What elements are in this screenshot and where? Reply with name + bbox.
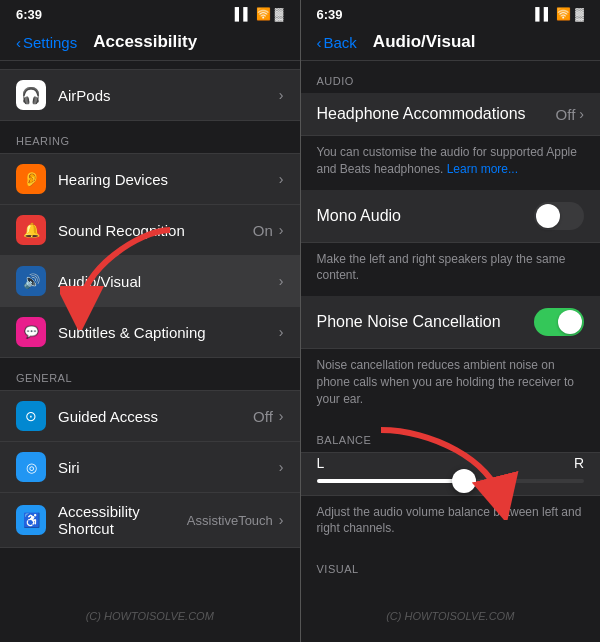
list-item-guided-access[interactable]: ⊙ Guided Access Off › [0,390,300,442]
watermark-right: (C) HOWTOISOLVE.COM [386,610,514,622]
hearing-devices-icon: 👂 [16,164,46,194]
time-left: 6:39 [16,7,42,22]
noise-cancellation-toggle[interactable] [534,308,584,336]
noise-cancellation-label: Phone Noise Cancellation [317,313,501,331]
headphone-accommodations-value: Off [556,106,576,123]
headphone-description: You can customise the audio for supporte… [301,136,601,190]
airpods-icon: 🎧 [16,80,46,110]
list-item-siri[interactable]: ◎ Siri › [0,442,300,493]
back-button-left[interactable]: ‹ Settings [16,34,77,51]
status-bar-right: 6:39 ▌▌ 🛜 ▓ [301,0,601,28]
toggle-knob-noise [558,310,582,334]
accessibility-shortcut-label: Accessibility Shortcut [58,503,187,537]
chevron-back-icon-r: ‹ [317,34,322,51]
audio-visual-icon: 🔊 [16,266,46,296]
list-item-sound-recognition[interactable]: 🔔 Sound Recognition On › [0,205,300,256]
noise-description: Noise cancellation reduces ambient noise… [301,349,601,419]
chevron-icon: › [279,273,284,289]
status-bar-left: 6:39 ▌▌ 🛜 ▓ [0,0,300,28]
section-hearing: HEARING [0,121,300,153]
list-item-headphone-accommodations[interactable]: Headphone Accommodations Off › [301,93,601,136]
time-right: 6:39 [317,7,343,22]
battery-icon: ▓ [275,7,284,21]
mono-audio-toggle[interactable] [534,202,584,230]
chevron-icon: › [279,171,284,187]
siri-icon: ◎ [16,452,46,482]
status-icons-right: ▌▌ 🛜 ▓ [535,7,584,21]
learn-more-link[interactable]: Learn more... [447,162,518,176]
toggle-knob-mono [536,204,560,228]
watermark-left: (C) HOWTOISOLVE.COM [86,610,214,622]
list-item-airpods[interactable]: 🎧 AirPods › [0,69,300,121]
chevron-back-icon: ‹ [16,34,21,51]
guided-access-icon: ⊙ [16,401,46,431]
page-title-right: Audio/Visual [373,32,476,52]
airpods-label: AirPods [58,87,279,104]
balance-slider-track[interactable] [317,479,585,483]
accessibility-shortcut-icon: ♿ [16,505,46,535]
balance-container: L R [301,452,601,496]
list-item-noise-cancellation[interactable]: Phone Noise Cancellation [301,296,601,349]
headphone-accommodations-right: Off › [556,106,584,123]
page-title-left: Accessibility [93,32,197,52]
slider-fill [317,479,464,483]
chevron-icon: › [279,408,284,424]
sound-recognition-icon: 🔔 [16,215,46,245]
balance-left-label: L [317,455,325,471]
slider-thumb[interactable] [452,469,476,493]
subtitles-label: Subtitles & Captioning [58,324,279,341]
chevron-icon-hp: › [579,106,584,122]
headphone-accommodations-label: Headphone Accommodations [317,105,526,123]
accessibility-shortcut-value: AssistiveTouch [187,513,273,528]
balance-description: Adjust the audio volume balance between … [301,496,601,550]
signal-icon: ▌▌ [235,7,252,21]
battery-icon-r: ▓ [575,7,584,21]
right-panel: 6:39 ▌▌ 🛜 ▓ ‹ Back Audio/Visual AUDIO He… [301,0,601,642]
back-label-right: Back [324,34,357,51]
hearing-items-group: 👂 Hearing Devices › 🔔 Sound Recognition … [0,153,300,358]
section-audio: AUDIO [301,61,601,93]
hearing-devices-label: Hearing Devices [58,171,279,188]
guided-access-value: Off [253,408,273,425]
guided-access-label: Guided Access [58,408,253,425]
balance-labels: L R [317,455,585,471]
section-visual: VISUAL [301,549,601,581]
chevron-icon: › [279,324,284,340]
wifi-icon: 🛜 [256,7,271,21]
back-button-right[interactable]: ‹ Back [317,34,357,51]
back-label-left: Settings [23,34,77,51]
status-icons-left: ▌▌ 🛜 ▓ [235,7,284,21]
signal-icon-r: ▌▌ [535,7,552,21]
general-items-group: ⊙ Guided Access Off › ◎ Siri › ♿ Accessi… [0,390,300,548]
sound-recognition-value: On [253,222,273,239]
audio-visual-label: Audio/Visual [58,273,279,290]
nav-bar-left: ‹ Settings Accessibility [0,28,300,61]
mono-description: Make the left and right speakers play th… [301,243,601,297]
chevron-icon: › [279,459,284,475]
subtitles-icon: 💬 [16,317,46,347]
sound-recognition-label: Sound Recognition [58,222,253,239]
chevron-icon: › [279,512,284,528]
section-balance: BALANCE [301,420,601,452]
chevron-icon: › [279,222,284,238]
chevron-icon: › [279,87,284,103]
list-item-mono-audio[interactable]: Mono Audio [301,190,601,243]
list-item-subtitles[interactable]: 💬 Subtitles & Captioning › [0,307,300,358]
left-panel: 6:39 ▌▌ 🛜 ▓ ‹ Settings Accessibility 🎧 A… [0,0,300,642]
list-item-audio-visual[interactable]: 🔊 Audio/Visual › [0,256,300,307]
section-general: GENERAL [0,358,300,390]
wifi-icon-r: 🛜 [556,7,571,21]
siri-label: Siri [58,459,279,476]
list-item-accessibility-shortcut[interactable]: ♿ Accessibility Shortcut AssistiveTouch … [0,493,300,548]
mono-audio-label: Mono Audio [317,207,402,225]
balance-right-label: R [574,455,584,471]
nav-bar-right: ‹ Back Audio/Visual [301,28,601,61]
list-item-hearing-devices[interactable]: 👂 Hearing Devices › [0,153,300,205]
